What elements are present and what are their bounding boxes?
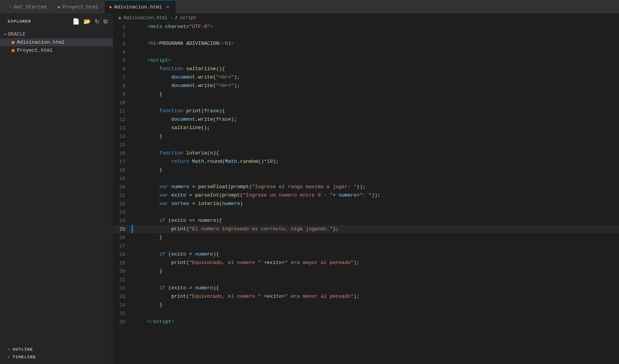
line-content[interactable]: print("El numero ingresado es correcto, … <box>133 225 619 233</box>
tab-adivinacion[interactable]: ◆ Adivinacion.html ✕ <box>105 0 176 13</box>
file-item-proyect[interactable]: Proyect.html <box>0 46 113 54</box>
file-item-adivinacion[interactable]: Adivinacion.html <box>0 38 113 46</box>
table-row: 7 document.write("<br>"); <box>113 73 619 82</box>
line-content[interactable]: if (exito < numero){ <box>133 250 619 259</box>
line-content[interactable]: print("Equivocado, el numero " +exito+" … <box>133 259 619 267</box>
line-content[interactable]: function print(frase){ <box>133 107 619 115</box>
table-row: 27 <box>113 242 619 250</box>
line-content[interactable]: <meta charset="UTF-8"> <box>133 23 619 31</box>
line-number: 19 <box>113 174 131 183</box>
line-content[interactable]: var numero = parseFloat(prompt("Ingrese … <box>133 183 619 191</box>
table-row: 34 } <box>113 301 619 309</box>
line-number: 21 <box>113 191 131 200</box>
line-content[interactable]: } <box>133 90 619 98</box>
line-number: 29 <box>113 259 131 267</box>
line-content[interactable] <box>133 98 619 107</box>
line-content[interactable]: document.write("<br>"); <box>133 73 619 82</box>
refresh-button[interactable]: ↻ <box>94 17 100 26</box>
table-row: 6 function saltarline(){ <box>113 65 619 73</box>
table-row: 24 if (exito == numero){ <box>113 216 619 225</box>
new-file-button[interactable]: 📄 <box>72 17 80 26</box>
line-content[interactable]: var sorteo = loteria(numero) <box>133 200 619 208</box>
editor-area: ◆ Adivinacion.html › ƒ script 1 <meta ch… <box>113 13 619 364</box>
line-number: 1 <box>113 23 131 31</box>
sidebar-item-timeline[interactable]: › TIMELINE <box>0 353 113 361</box>
line-number: 13 <box>113 124 131 132</box>
tab-get-started[interactable]: ⚡ Get Started <box>4 0 51 13</box>
line-number: 10 <box>113 98 131 107</box>
chevron-right-icon-outline: › <box>8 348 10 352</box>
line-number: 6 <box>113 65 131 73</box>
file-dot-icon <box>11 41 15 44</box>
line-content[interactable]: <h1>PROGRAMA ADIVINACION</h1> <box>133 39 619 48</box>
sidebar-item-outline[interactable]: › OUTLINE <box>0 346 113 353</box>
line-content[interactable]: } <box>133 267 619 275</box>
breadcrumb-file: Adivinacion.html <box>123 15 167 21</box>
new-folder-button[interactable]: 📂 <box>83 17 92 26</box>
table-row: 12 document.write(frase); <box>113 115 619 124</box>
line-content[interactable]: } <box>133 132 619 141</box>
line-content[interactable] <box>133 275 619 284</box>
table-row: 14 } <box>113 132 619 141</box>
table-row: 22 var sorteo = loteria(numero) <box>113 200 619 208</box>
line-number: 8 <box>113 82 131 90</box>
tab-proyect-label: Proyect.html <box>62 4 99 10</box>
line-number: 22 <box>113 200 131 208</box>
tab-proyect[interactable]: ◆ Proyect.html <box>53 0 103 13</box>
line-number: 14 <box>113 132 131 141</box>
table-row: 13 saltarline(); <box>113 124 619 132</box>
line-content[interactable]: document.write("<br>"); <box>133 82 619 90</box>
line-content[interactable]: document.write(frase); <box>133 115 619 124</box>
table-row: 16 function loteria(n){ <box>113 149 619 157</box>
html-icon-proyect: ◆ <box>57 4 60 10</box>
line-content[interactable] <box>133 208 619 216</box>
table-row: 1 <meta charset="UTF-8"> <box>113 23 619 31</box>
tab-get-started-label: Get Started <box>14 4 47 10</box>
table-row: 32 if (exito > numero){ <box>113 284 619 292</box>
line-number: 7 <box>113 73 131 82</box>
code-editor[interactable]: 1 <meta charset="UTF-8">2 3 <h1>PROGRAMA… <box>113 23 619 364</box>
breadcrumb-file-icon: ◆ <box>118 15 121 21</box>
line-content[interactable]: } <box>133 233 619 242</box>
table-row: 35 <box>113 309 619 318</box>
timeline-label: TIMELINE <box>13 355 36 359</box>
line-content[interactable]: } <box>133 166 619 174</box>
line-number: 9 <box>113 90 131 98</box>
line-content[interactable]: var exito = parseInt(prompt("Ingrese un … <box>133 191 619 200</box>
table-row: 8 document.write("<br>"); <box>113 82 619 90</box>
line-number: 2 <box>113 31 131 39</box>
table-row: 3 <h1>PROGRAMA ADIVINACION</h1> <box>113 39 619 48</box>
chevron-down-icon: ▾ <box>4 32 6 37</box>
line-content[interactable] <box>133 141 619 149</box>
line-number: 35 <box>113 309 131 318</box>
line-content[interactable]: <script> <box>133 56 619 65</box>
line-content[interactable]: function loteria(n){ <box>133 149 619 157</box>
breadcrumb: ◆ Adivinacion.html › ƒ script <box>113 13 619 23</box>
breadcrumb-section-icon: ƒ <box>175 16 178 20</box>
line-content[interactable]: if (exito > numero){ <box>133 284 619 292</box>
line-content[interactable] <box>133 242 619 250</box>
line-content[interactable]: </script> <box>133 318 619 326</box>
line-content[interactable]: } <box>133 301 619 309</box>
line-content[interactable]: function saltarline(){ <box>133 65 619 73</box>
table-row: 2 <box>113 31 619 39</box>
close-tab-button[interactable]: ✕ <box>164 4 171 10</box>
file-dot-icon-proyect <box>11 49 15 52</box>
tab-adivinacion-label: Adivinacion.html <box>114 4 162 10</box>
line-content[interactable]: print("Equivocado, el numero " +exito+" … <box>133 292 619 301</box>
table-row: 30 } <box>113 267 619 275</box>
chevron-right-icon-timeline: › <box>8 355 10 359</box>
line-content[interactable]: return Math.round(Math.random()*10); <box>133 157 619 166</box>
line-content[interactable]: saltarline(); <box>133 124 619 132</box>
line-number: 34 <box>113 301 131 309</box>
line-content[interactable] <box>133 48 619 56</box>
table-row: 4 <box>113 48 619 56</box>
line-content[interactable]: if (exito == numero){ <box>133 216 619 225</box>
table-row: 28 if (exito < numero){ <box>113 250 619 259</box>
table-row: 11 function print(frase){ <box>113 107 619 115</box>
line-content[interactable] <box>133 174 619 183</box>
line-content[interactable] <box>133 309 619 318</box>
oracle-header[interactable]: ▾ ORACLE <box>0 30 113 38</box>
line-content[interactable] <box>133 31 619 39</box>
collapse-button[interactable]: ⧉ <box>103 17 108 26</box>
